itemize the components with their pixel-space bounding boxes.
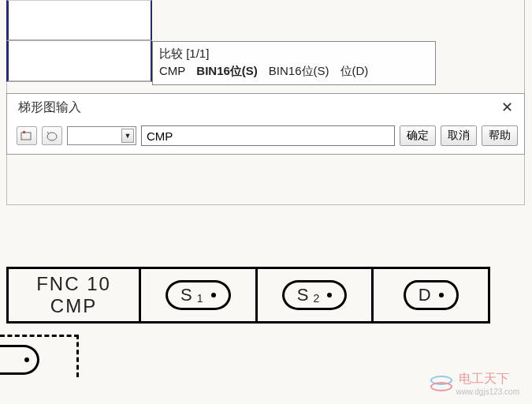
element-type-combo[interactable]: ▼: [67, 126, 136, 145]
operand-cell-s2: S2: [258, 269, 374, 321]
instruction-diagram: FNC 10 CMP S1 S2 D: [6, 267, 490, 324]
instruction-input[interactable]: [141, 125, 395, 146]
ladder-row[interactable]: [6, 0, 152, 41]
svg-rect-0: [21, 133, 31, 140]
help-button[interactable]: 帮助: [482, 125, 518, 146]
cancel-button[interactable]: 取消: [441, 125, 477, 146]
operand-s2: S2: [282, 280, 347, 310]
fnc-number: FNC 10: [36, 273, 111, 295]
svg-rect-1: [23, 131, 25, 133]
ok-button[interactable]: 确定: [400, 125, 436, 146]
ladder-row[interactable]: [6, 41, 152, 82]
watermark: 电工天下 www.dgjs123.com: [430, 371, 519, 396]
watermark-text: 电工天下: [459, 371, 519, 387]
partial-diagram: [0, 335, 79, 377]
watermark-url: www.dgjs123.com: [456, 387, 519, 396]
tooltip-arg1: BIN16位(S): [196, 62, 258, 80]
close-icon[interactable]: ✕: [498, 99, 516, 116]
operand-d: D: [404, 280, 459, 310]
tool-button-1[interactable]: [17, 126, 37, 145]
instruction-hint-tooltip: 比较 [1/1] CMP BIN16位(S) BIN16位(S) 位(D): [152, 41, 436, 85]
operand-s1: S1: [166, 280, 230, 310]
tooltip-arg2: BIN16位(S): [269, 62, 329, 80]
tooltip-title: 比较 [1/1]: [159, 45, 429, 62]
operand-cell-d: D: [374, 269, 488, 321]
fnc-name: CMP: [50, 295, 97, 317]
ladder-input-dialog: 梯形图输入 ✕ ▼ 确定 取消 帮助: [6, 93, 525, 155]
watermark-logo-icon: [430, 376, 452, 391]
tooltip-arg3: 位(D): [340, 62, 369, 80]
chevron-down-icon[interactable]: ▼: [121, 129, 134, 143]
ladder-grid[interactable]: [6, 0, 152, 83]
tooltip-cmd: CMP: [159, 62, 185, 80]
dialog-title: 梯形图输入: [18, 99, 81, 116]
tool-button-2[interactable]: [42, 126, 62, 145]
partial-operand: [0, 345, 39, 375]
instruction-fnc-cell: FNC 10 CMP: [9, 269, 141, 321]
operand-cell-s1: S1: [141, 269, 258, 321]
